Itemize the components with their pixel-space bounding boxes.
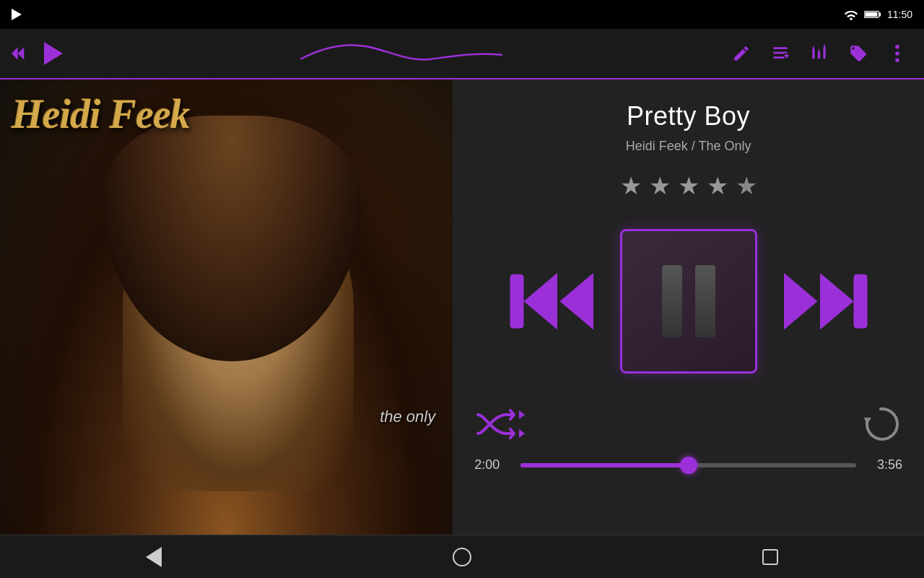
player-panel: Pretty Boy Heidi Feek / The Only ★ ★ ★ ★… — [453, 79, 924, 535]
playback-controls — [467, 229, 910, 374]
svg-marker-26 — [519, 429, 525, 438]
status-bar: 11:50 — [0, 0, 924, 29]
status-play-icon — [12, 9, 22, 20]
svg-point-19 — [895, 59, 899, 63]
svg-marker-27 — [519, 410, 525, 419]
pause-bar-left — [662, 265, 682, 337]
waveform-display — [300, 39, 502, 68]
svg-rect-5 — [773, 47, 788, 49]
progress-thumb[interactable] — [680, 457, 697, 474]
recents-button[interactable] — [749, 543, 792, 571]
svg-marker-4 — [18, 47, 25, 59]
song-info: Heidi Feek / The Only — [626, 139, 751, 154]
svg-marker-24 — [821, 275, 853, 328]
progress-section: 2:00 3:56 — [467, 457, 910, 473]
shuffle-button[interactable] — [474, 402, 532, 446]
skip-next-button[interactable] — [779, 269, 873, 334]
song-title: Pretty Boy — [627, 101, 750, 131]
toolbar-prev-icon[interactable] — [12, 44, 30, 63]
toolbar-icons-right — [732, 44, 907, 63]
toolbar-play-button[interactable] — [36, 36, 71, 71]
total-time: 3:56 — [866, 457, 902, 473]
home-button[interactable] — [440, 543, 484, 571]
star-3[interactable]: ★ — [678, 171, 699, 200]
home-icon — [453, 548, 471, 566]
svg-marker-23 — [785, 275, 816, 328]
svg-rect-20 — [510, 275, 523, 328]
repeat-button[interactable] — [859, 402, 902, 446]
svg-rect-2 — [865, 12, 877, 17]
back-button[interactable] — [132, 543, 175, 571]
svg-point-17 — [895, 45, 899, 49]
play-triangle-icon — [44, 42, 63, 65]
more-options-icon[interactable] — [888, 44, 907, 63]
svg-marker-22 — [561, 275, 593, 328]
star-rating[interactable]: ★ ★ ★ ★ ★ — [620, 171, 757, 200]
toolbar-left — [12, 36, 71, 71]
recents-icon — [762, 549, 778, 565]
svg-marker-21 — [525, 275, 557, 328]
status-bar-right: 11:50 — [844, 9, 912, 20]
pause-bar-right — [695, 265, 715, 337]
svg-rect-12 — [818, 51, 820, 59]
current-time: 2:00 — [474, 457, 510, 473]
list-icon[interactable] — [771, 44, 790, 63]
skip-prev-button[interactable] — [505, 269, 598, 334]
battery-icon — [864, 9, 881, 20]
bottom-controls — [467, 402, 910, 446]
pause-button[interactable] — [620, 229, 757, 374]
progress-bar-fill — [520, 463, 688, 467]
svg-marker-3 — [12, 47, 18, 59]
star-1[interactable]: ★ — [620, 171, 642, 200]
star-2[interactable]: ★ — [649, 171, 671, 200]
main-content: Heidi Feek the only Pretty Boy Heidi Fee… — [0, 79, 924, 535]
equalizer-icon[interactable] — [810, 44, 829, 63]
back-icon — [146, 547, 162, 567]
wifi-icon — [844, 9, 858, 20]
svg-rect-13 — [823, 46, 825, 59]
svg-point-18 — [895, 51, 899, 56]
svg-rect-1 — [879, 12, 881, 16]
svg-rect-25 — [854, 275, 867, 328]
album-artist-name: Heidi Feek — [12, 94, 190, 134]
progress-bar[interactable] — [520, 463, 856, 467]
svg-rect-11 — [812, 48, 814, 59]
edit-queue-icon[interactable] — [732, 44, 751, 63]
album-background: Heidi Feek the only — [0, 79, 453, 535]
star-4[interactable]: ★ — [707, 171, 728, 200]
clock-label: 11:50 — [887, 9, 912, 20]
album-art: Heidi Feek the only — [0, 79, 453, 535]
status-bar-left — [12, 9, 22, 20]
album-subtitle: the only — [380, 407, 435, 426]
waveform-area — [71, 39, 732, 68]
bottom-nav — [0, 535, 924, 578]
toolbar — [0, 29, 924, 79]
tag-editor-icon[interactable] — [849, 44, 868, 63]
star-5[interactable]: ★ — [736, 171, 757, 200]
